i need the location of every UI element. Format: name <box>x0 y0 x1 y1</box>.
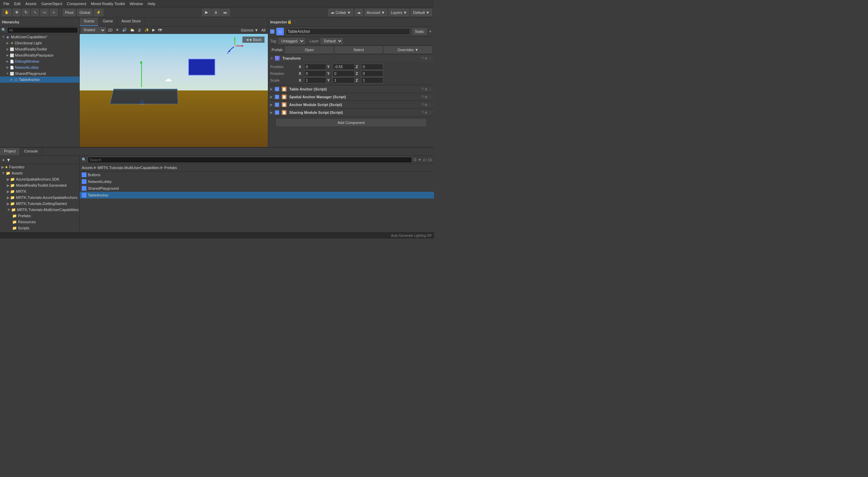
pos-x-input[interactable] <box>304 64 326 70</box>
comp-check-3[interactable]: ✓ <box>275 110 279 115</box>
menu-component[interactable]: Component <box>65 1 88 6</box>
comp-info-3[interactable]: ? <box>421 111 423 115</box>
tool-rotate[interactable]: ↻ <box>22 9 30 16</box>
comp-settings-2[interactable]: ⚙ <box>425 103 428 107</box>
menu-file[interactable]: File <box>1 1 12 6</box>
collab-dropdown[interactable]: ☁ Collab ▼ <box>328 9 353 16</box>
project-prefabs[interactable]: 📁 Prefabs <box>0 213 79 219</box>
menu-help[interactable]: Help <box>146 1 158 6</box>
breadcrumb-mrtk[interactable]: MRTK.Tutorials.MultiUserCapabilities <box>98 166 159 170</box>
comp-settings-3[interactable]: ⚙ <box>425 111 428 115</box>
arrow-icon[interactable]: ▼ <box>6 157 11 163</box>
snap-btn[interactable]: ⚡ <box>94 9 103 16</box>
transform-settings[interactable]: ⚙ <box>425 57 428 60</box>
project-azure[interactable]: ▶ 📁 AzureSpatialAnchors.SDK <box>0 176 79 182</box>
tool-hand[interactable]: ✋ <box>2 9 12 16</box>
comp-settings-1[interactable]: ⚙ <box>425 95 428 99</box>
add-icon[interactable]: + <box>2 157 5 163</box>
menu-gameobject[interactable]: GameObject <box>39 1 64 6</box>
tree-item-debugwindow[interactable]: ▶ 📄 DebugWindow <box>0 58 79 64</box>
comp-info-2[interactable]: ? <box>421 103 423 107</box>
scene-view[interactable]: ☁ <box>80 34 268 147</box>
project-favorites[interactable]: ▶ ★ Favorites <box>0 164 79 170</box>
menu-assets[interactable]: Assets <box>23 1 39 6</box>
pos-y-input[interactable] <box>333 64 355 70</box>
tool-move[interactable]: ✥ <box>13 9 21 16</box>
comp-menu-3[interactable]: ⋮ <box>429 111 432 115</box>
obj-name-input[interactable] <box>286 28 410 35</box>
flare-toggle[interactable]: ✨ <box>143 27 150 33</box>
light-toggle[interactable]: ☀ <box>115 27 120 33</box>
nav-toggle[interactable]: 🗺 <box>157 28 163 33</box>
tree-item-directional[interactable]: ▶ ☀ Directional Light <box>0 40 79 46</box>
tab-project[interactable]: Project <box>0 148 20 155</box>
pivot-btn[interactable]: Pivot <box>63 9 76 16</box>
search-filter-1[interactable]: ★ <box>418 158 421 162</box>
menu-mixed-reality[interactable]: Mixed Reality Toolkit <box>89 1 127 6</box>
comp-check-0[interactable]: ✓ <box>275 87 279 91</box>
fog-toggle[interactable]: 🌫 <box>137 28 142 33</box>
gizmos-btn[interactable]: Gizmos ▼ <box>240 28 259 33</box>
scene-back-btn[interactable]: ◄ ◄ Back <box>242 37 264 43</box>
play-button[interactable]: ▶ <box>202 9 211 16</box>
project-mrtk-getting[interactable]: ▶ 📁 MRTK.Tutorials.GettingStarted <box>0 201 79 207</box>
breadcrumb-assets[interactable]: Assets <box>82 166 93 170</box>
hierarchy-menu[interactable]: ⋮ <box>74 20 77 24</box>
project-search-input[interactable] <box>88 157 412 163</box>
tool-rect[interactable]: ▭ <box>40 9 48 16</box>
tool-transform[interactable]: ⊹ <box>50 9 58 16</box>
menu-edit[interactable]: Edit <box>12 1 23 6</box>
tree-item-multiuser[interactable]: ▼ ◈ MultiUserCapabilities* <box>0 34 79 40</box>
scale-y-input[interactable] <box>333 77 355 83</box>
project-mrtk-azure[interactable]: ▶ 📁 MRTK.Tutorials.AzureSpatialAnchors <box>0 194 79 201</box>
rot-x-input[interactable] <box>304 70 326 77</box>
comp-check-2[interactable]: ✓ <box>275 103 279 107</box>
project-mrtk[interactable]: ▶ 📁 MRTK <box>0 188 79 194</box>
transform-menu[interactable]: ⋮ <box>429 57 432 60</box>
2d-btn[interactable]: 2D <box>107 28 114 33</box>
tree-item-mrtk[interactable]: ▶ ⬜ MixedRealityToolkit <box>0 46 79 52</box>
pause-button[interactable]: ⏸ <box>212 9 220 16</box>
transform-header[interactable]: ▼ ⊹ Transform ? ⚙ ⋮ <box>268 55 434 62</box>
tree-item-playspace[interactable]: ▶ ⬜ MixedRealityPlayspace <box>0 52 79 58</box>
add-component-btn[interactable]: Add Component <box>276 119 426 126</box>
comp-check-1[interactable]: ✓ <box>275 95 279 99</box>
asset-tableanchor[interactable]: TableAnchor <box>80 192 434 199</box>
layer-select[interactable]: Default <box>321 38 343 44</box>
search-options[interactable]: ☰ <box>413 158 417 162</box>
static-dropdown[interactable]: ▾ <box>429 29 432 34</box>
global-btn[interactable]: Global <box>77 9 93 16</box>
audio-toggle[interactable]: 🔊 <box>121 27 128 33</box>
cloud-btn[interactable]: ☁ <box>355 9 363 16</box>
account-dropdown[interactable]: Account ▼ <box>364 9 388 16</box>
project-mrtk-multi[interactable]: ▼ 📁 MRTK.Tutorials.MultiUserCapabilities <box>0 207 79 213</box>
tab-game[interactable]: Game <box>99 18 117 26</box>
asset-networklobby[interactable]: NetworkLobby <box>80 178 434 185</box>
tag-select[interactable]: Untagged <box>278 38 305 44</box>
tree-item-tableanchor[interactable]: ▶ ⬡ TableAnchor <box>0 77 79 83</box>
rot-y-input[interactable] <box>333 70 355 77</box>
asset-sharedplayground[interactable]: SharedPlayground <box>80 185 434 192</box>
tab-scene[interactable]: Scene <box>80 18 99 26</box>
project-resources[interactable]: 📁 Resources <box>0 219 79 225</box>
menu-window[interactable]: Window <box>127 1 145 6</box>
skybox-toggle[interactable]: ⛅ <box>129 27 136 33</box>
hierarchy-search-input[interactable] <box>7 27 78 33</box>
tool-scale[interactable]: ⤡ <box>31 9 39 16</box>
comp-header-3[interactable]: ▶ ✓ 📄 Sharing Module Script (Script) ? ⚙… <box>268 109 434 116</box>
asset-buttons[interactable]: Buttons <box>80 171 434 178</box>
tree-item-networklobby[interactable]: ▶ 📄 NetworkLobby <box>0 64 79 70</box>
project-scripts[interactable]: 📁 Scripts <box>0 225 79 231</box>
comp-settings-0[interactable]: ⚙ <box>425 87 428 91</box>
comp-menu-2[interactable]: ⋮ <box>429 103 432 107</box>
project-mrtk-gen[interactable]: ▶ 📁 MixedRealityToolkit.Generated <box>0 182 79 188</box>
step-button[interactable]: ⏭ <box>221 9 230 16</box>
static-btn[interactable]: Static <box>412 28 427 35</box>
comp-header-0[interactable]: ▶ ✓ 📄 Table Anchor (Script) ? ⚙ ⋮ <box>268 85 434 93</box>
tab-asset-store[interactable]: Asset Store <box>117 18 145 26</box>
lock-icon[interactable]: 🔒 <box>287 20 292 24</box>
tree-item-sharedplayground[interactable]: ▼ ⬜ SharedPlayground <box>0 70 79 77</box>
anim-toggle[interactable]: ▶ <box>151 27 156 33</box>
rot-z-input[interactable] <box>361 70 383 77</box>
comp-header-2[interactable]: ▶ ✓ 📄 Anchor Module Script (Script) ? ⚙ … <box>268 101 434 108</box>
